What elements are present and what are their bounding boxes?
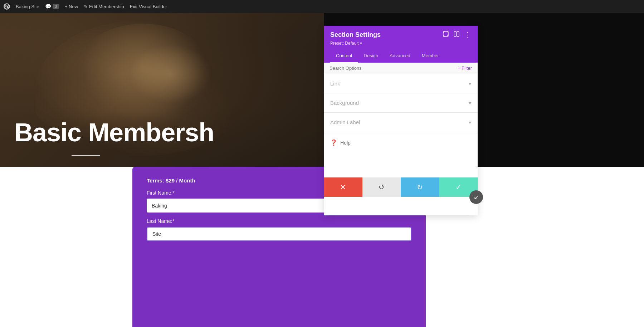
link-section-title: Link — [330, 80, 340, 87]
hero-title: Basic Membersh — [14, 119, 214, 145]
filter-button[interactable]: + Filter — [458, 65, 472, 71]
columns-icon[interactable] — [454, 31, 459, 38]
wordpress-icon[interactable] — [4, 3, 10, 10]
link-section: Link ▾ — [324, 74, 478, 93]
fullscreen-icon[interactable] — [443, 31, 449, 38]
tab-advanced[interactable]: Advanced — [384, 49, 416, 63]
cancel-button[interactable]: ✕ — [324, 177, 362, 197]
admin-label-section-header[interactable]: Admin Label ▾ — [330, 113, 471, 132]
link-section-arrow: ▾ — [469, 81, 471, 87]
panel-search-bar: + Filter — [324, 63, 478, 74]
new-button[interactable]: + New — [65, 4, 78, 9]
hero-section: Basic Membersh — [0, 13, 324, 167]
main-content: Basic Membersh Terms: $29 / Month First … — [0, 13, 644, 327]
help-label: Help — [340, 140, 351, 146]
hero-slide-indicator — [72, 155, 100, 156]
exit-visual-builder-button[interactable]: Exit Visual Builder — [130, 4, 167, 9]
panel-content: Link ▾ Background ▾ Admin Label ▾ — [324, 74, 478, 153]
tab-member[interactable]: Member — [416, 49, 445, 63]
tab-design[interactable]: Design — [358, 49, 384, 63]
panel-preset[interactable]: Preset: Default ▾ — [330, 41, 471, 46]
panel-title: Section Settings — [330, 31, 381, 39]
background-section-arrow: ▾ — [469, 100, 471, 106]
panel-header-icons: ⋮ — [443, 31, 471, 39]
redo-button[interactable]: ↻ — [401, 177, 439, 197]
admin-label-section: Admin Label ▾ — [324, 113, 478, 132]
tab-content[interactable]: Content — [330, 49, 358, 63]
white-area-left — [0, 167, 132, 327]
undo-button[interactable]: ↺ — [362, 177, 401, 197]
action-bar: ✕ ↺ ↻ ✓ — [324, 177, 478, 197]
comments-count: 0 — [53, 4, 59, 9]
panel-title-row: Section Settings — [330, 31, 471, 39]
panel-tabs: Content Design Advanced Member — [330, 49, 471, 63]
more-options-icon[interactable]: ⋮ — [464, 31, 471, 39]
float-settings-button[interactable]: ↙ — [469, 190, 483, 204]
last-name-label: Last Name:* — [147, 218, 411, 224]
link-section-header[interactable]: Link ▾ — [330, 74, 471, 93]
edit-membership-button[interactable]: ✎ Edit Membership — [84, 4, 124, 9]
search-options-input[interactable] — [330, 65, 458, 71]
admin-label-section-arrow: ▾ — [469, 119, 471, 125]
panel-header: Section Settings — [324, 26, 478, 63]
svg-rect-3 — [457, 31, 459, 36]
background-section: Background ▾ — [324, 93, 478, 113]
pencil-icon: ✎ — [84, 4, 88, 9]
svg-rect-2 — [454, 31, 456, 36]
help-icon: ❓ — [330, 139, 337, 146]
background-section-title: Background — [330, 100, 359, 106]
background-section-header[interactable]: Background ▾ — [330, 93, 471, 112]
comment-icon: 💬 — [45, 4, 51, 9]
admin-bar: Baking Site 💬 0 + New ✎ Edit Membership … — [0, 0, 644, 13]
comments-item[interactable]: 💬 0 — [45, 4, 59, 9]
site-name[interactable]: Baking Site — [16, 4, 39, 9]
admin-label-section-title: Admin Label — [330, 119, 360, 125]
help-section[interactable]: ❓ Help — [324, 132, 478, 153]
last-name-input[interactable]: Site — [147, 227, 411, 241]
